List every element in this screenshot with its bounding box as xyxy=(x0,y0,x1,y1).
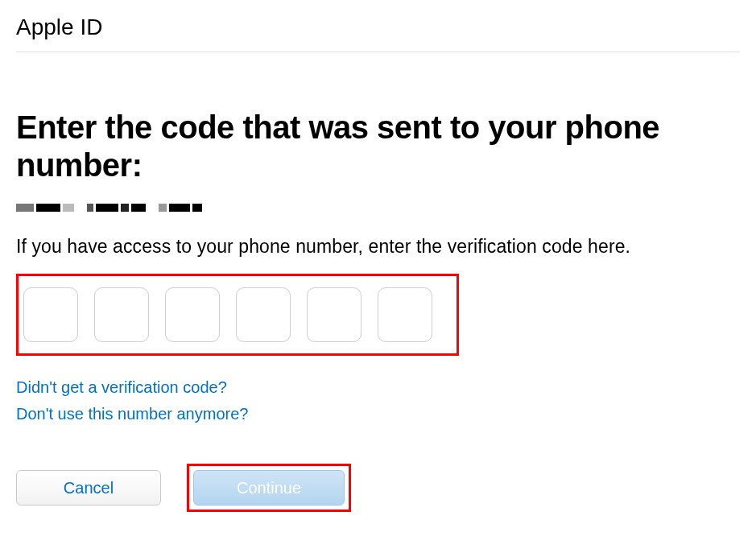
phone-number-redacted xyxy=(16,196,740,220)
code-digit-4[interactable] xyxy=(236,287,291,342)
continue-button-highlight: Continue xyxy=(187,464,351,512)
code-digit-6[interactable] xyxy=(378,287,432,342)
code-inputs-highlight xyxy=(16,274,459,356)
resend-code-link[interactable]: Didn't get a verification code? xyxy=(16,378,227,397)
code-digit-2[interactable] xyxy=(94,287,149,342)
action-buttons: Cancel Continue xyxy=(16,464,740,512)
change-number-link[interactable]: Don't use this number anymore? xyxy=(16,405,248,423)
page-title: Apple ID xyxy=(16,14,740,52)
continue-button[interactable]: Continue xyxy=(193,470,345,506)
instruction-text: If you have access to your phone number,… xyxy=(16,236,740,258)
cancel-button[interactable]: Cancel xyxy=(16,470,161,506)
code-digit-5[interactable] xyxy=(307,287,361,342)
help-links: Didn't get a verification code? Don't us… xyxy=(16,378,740,423)
code-digit-1[interactable] xyxy=(23,287,78,342)
code-digit-3[interactable] xyxy=(165,287,220,342)
verification-heading: Enter the code that was sent to your pho… xyxy=(16,109,740,184)
